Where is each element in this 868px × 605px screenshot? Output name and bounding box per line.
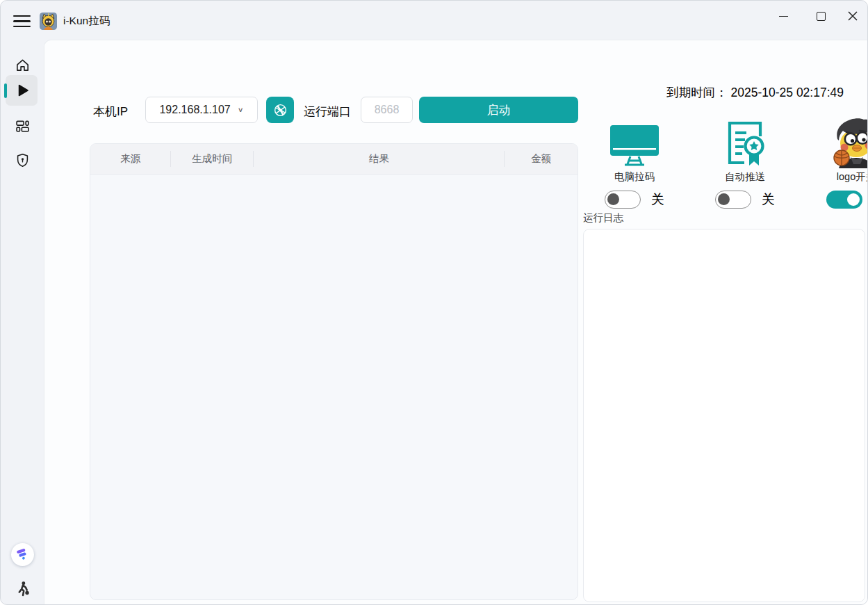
hamburger-menu-icon[interactable] — [13, 15, 31, 27]
expiry-label: 到期时间： — [666, 86, 728, 99]
run-log-label: 运行日志 — [583, 211, 623, 225]
toggle-knob — [718, 193, 730, 205]
close-button[interactable] — [837, 1, 868, 31]
app-window: i-Kun拉码 — [0, 0, 868, 605]
pc-qrcode-toggle[interactable] — [605, 191, 641, 209]
certificate-icon — [723, 107, 767, 168]
ip-select-value: 192.168.1.107 — [159, 104, 230, 116]
table-header-row: 来源 生成时间 结果 金额 — [90, 144, 578, 175]
toggle-knob — [607, 193, 619, 205]
minimize-button[interactable] — [767, 1, 799, 31]
basketball-icon — [272, 102, 288, 118]
feature-label: 自动推送 — [725, 170, 765, 184]
titlebar: i-Kun拉码 — [1, 1, 867, 40]
column-header-time[interactable]: 生成时间 — [171, 144, 254, 174]
sidebar-item-security[interactable] — [1, 145, 44, 175]
sidebar-item-basketball-player[interactable] — [1, 574, 44, 604]
monitor-icon — [609, 107, 660, 168]
play-icon — [14, 82, 31, 99]
home-icon — [15, 57, 31, 73]
chevron-down-icon: ∨ — [238, 106, 244, 113]
shield-icon — [15, 152, 31, 168]
run-port-label: 运行端口 — [304, 104, 351, 120]
expiry-time: 到期时间： 2025-10-25 02:17:49 — [666, 84, 844, 101]
toggle-state-label: 关 — [762, 191, 775, 209]
expiry-value: 2025-10-25 02:17:49 — [731, 86, 844, 99]
feature-logo-switch: logo开关 开 — [803, 107, 868, 209]
maximize-button[interactable] — [805, 1, 837, 31]
brand-logo-icon — [11, 543, 34, 566]
feature-label: 电脑拉码 — [614, 170, 655, 184]
toggle-knob — [847, 193, 860, 206]
column-header-amount[interactable]: 金额 — [505, 144, 578, 174]
toggle-state-label: 关 — [651, 191, 664, 209]
sidebar-item-apps[interactable] — [1, 111, 44, 141]
sidebar — [1, 40, 44, 604]
feature-pc-qrcode: 电脑拉码 关 — [582, 107, 687, 209]
app-title: i-Kun拉码 — [63, 14, 110, 29]
main-content: 本机IP 192.168.1.107 ∨ 运行端口 启动 来源 生成时间 结果 — [44, 40, 867, 604]
feature-auto-push: 自动推送 关 — [692, 107, 798, 209]
start-button[interactable]: 启动 — [419, 97, 578, 123]
basketball-button[interactable] — [266, 97, 294, 123]
column-header-result[interactable]: 结果 — [254, 144, 505, 174]
local-ip-label: 本机IP — [93, 104, 128, 120]
sidebar-item-run[interactable] — [1, 75, 44, 106]
feature-label: logo开关 — [837, 170, 868, 184]
column-header-source[interactable]: 来源 — [90, 144, 171, 174]
app-logo-icon — [40, 13, 57, 30]
basketball-player-icon — [13, 580, 32, 599]
port-input[interactable] — [361, 97, 413, 123]
avatar-image — [828, 107, 868, 168]
ip-select[interactable]: 192.168.1.107 ∨ — [145, 97, 258, 123]
sidebar-item-brand[interactable] — [1, 539, 44, 570]
logo-switch-toggle[interactable] — [826, 191, 862, 209]
run-log-area[interactable] — [583, 229, 865, 602]
results-table: 来源 生成时间 结果 金额 — [90, 143, 578, 600]
grid-icon — [15, 118, 31, 134]
sidebar-active-indicator — [4, 83, 7, 98]
auto-push-toggle[interactable] — [715, 191, 751, 209]
